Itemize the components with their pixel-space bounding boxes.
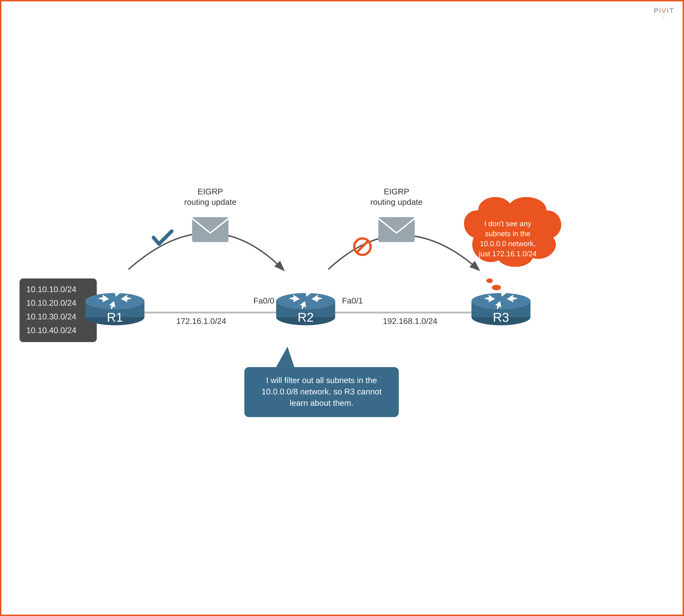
r3-thought-line2: subnets in the: [485, 229, 530, 238]
update-left-line2: routing update: [184, 197, 236, 206]
link-r2-r3: 192.168.1.0/24: [383, 316, 437, 326]
diagram-stage: 10.10.10.0/24 10.10.20.0/24 10.10.30.0/2…: [1, 1, 683, 615]
r2-callout-line2: 10.0.0.0/8 network, so R3 cannot: [261, 387, 382, 396]
svg-point-14: [486, 279, 493, 283]
r3-thought-cloud: I don't see any subnets in the 10.0.0.0 …: [464, 197, 561, 290]
subnet-3: 10.10.30.0/24: [26, 312, 76, 321]
subnet-4: 10.10.40.0/24: [26, 326, 76, 335]
r2-callout: I will filter out all subnets in the 10.…: [244, 347, 399, 417]
diagram-svg: 10.10.10.0/24 10.10.20.0/24 10.10.30.0/2…: [1, 1, 683, 615]
r2-callout-line1: I will filter out all subnets in the: [266, 376, 377, 385]
r2-callout-line3: learn about them.: [290, 398, 354, 408]
envelope-right-icon: [379, 217, 415, 242]
subnet-2: 10.10.20.0/24: [26, 298, 76, 307]
svg-rect-9: [192, 217, 228, 242]
update-right-line1: EIGRP: [384, 187, 409, 196]
r3-thought-line3: 10.0.0.0 network,: [480, 240, 535, 248]
router-r3-label: R3: [493, 310, 509, 325]
update-left-line1: EIGRP: [198, 187, 223, 196]
blocked-icon: [354, 239, 371, 255]
envelope-left-icon: [192, 217, 228, 242]
iface-r2-left: Fa0/0: [253, 296, 274, 305]
svg-rect-10: [379, 217, 415, 242]
iface-r2-right: Fa0/1: [342, 296, 363, 305]
router-r2: R2: [276, 288, 335, 325]
router-r1-label: R1: [107, 310, 123, 325]
svg-point-13: [492, 285, 501, 290]
subnet-1: 10.10.10.0/24: [26, 285, 76, 294]
router-r2-label: R2: [298, 310, 314, 325]
r3-thought-line4: just 172.16.1.0/24: [479, 250, 537, 258]
update-right-line2: routing update: [370, 197, 423, 206]
link-r1-r2: 172.16.1.0/24: [176, 316, 226, 326]
router-r3: R3: [472, 288, 530, 325]
r3-thought-line1: I don't see any: [484, 220, 531, 228]
